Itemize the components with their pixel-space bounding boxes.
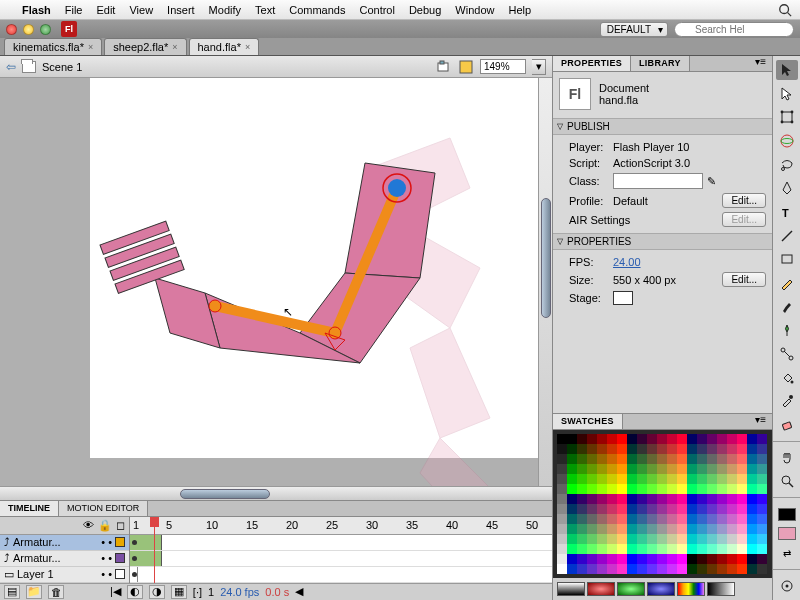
pen-tool[interactable] xyxy=(776,178,798,198)
new-folder-button[interactable]: 📁 xyxy=(26,585,42,599)
tab-library[interactable]: LIBRARY xyxy=(631,56,690,71)
bone-tool[interactable] xyxy=(776,344,798,364)
doc-tab-sheep[interactable]: sheep2.fla*× xyxy=(104,38,186,55)
playhead[interactable] xyxy=(154,517,155,583)
stage[interactable] xyxy=(90,78,540,458)
close-tab-icon[interactable]: × xyxy=(245,42,250,52)
tab-swatches[interactable]: SWATCHES xyxy=(553,414,623,429)
gradient-swatches[interactable] xyxy=(553,578,772,600)
layer-name: Layer 1 xyxy=(17,568,54,580)
menu-insert[interactable]: Insert xyxy=(167,4,195,16)
armature-icon: ⤴ xyxy=(4,536,10,548)
eraser-tool[interactable] xyxy=(776,415,798,435)
horizontal-scrollbar[interactable] xyxy=(0,486,552,500)
spotlight-icon[interactable] xyxy=(778,3,792,17)
hand-tool[interactable] xyxy=(776,448,798,468)
text-tool[interactable]: T xyxy=(776,202,798,222)
menu-help[interactable]: Help xyxy=(508,4,531,16)
svg-text:T: T xyxy=(782,207,789,219)
eyedropper-tool[interactable] xyxy=(776,392,798,412)
frame-ruler[interactable]: 1 5 10 15 20 25 30 35 40 45 50 xyxy=(130,517,552,535)
onion-outlines-button[interactable]: ◑ xyxy=(149,585,165,599)
help-search-input[interactable] xyxy=(674,22,794,37)
scene-name[interactable]: Scene 1 xyxy=(42,61,82,73)
close-tab-icon[interactable]: × xyxy=(88,42,93,52)
menu-commands[interactable]: Commands xyxy=(289,4,345,16)
fill-color-swatch[interactable] xyxy=(778,527,796,540)
line-tool[interactable] xyxy=(776,226,798,246)
pencil-tool[interactable] xyxy=(776,273,798,293)
onion-skin-button[interactable]: ◐ xyxy=(127,585,143,599)
fps-display[interactable]: 24.0 fps xyxy=(220,586,259,598)
window-titlebar: Fl DEFAULT xyxy=(0,20,800,38)
swatch-grid[interactable] xyxy=(553,430,772,578)
zoom-button[interactable] xyxy=(40,24,51,35)
paint-bucket-tool[interactable] xyxy=(776,368,798,388)
vertical-scrollbar[interactable] xyxy=(538,78,552,486)
lasso-tool[interactable] xyxy=(776,155,798,175)
class-input[interactable] xyxy=(613,173,703,189)
delete-layer-button[interactable]: 🗑 xyxy=(48,585,64,599)
visibility-column-icon[interactable]: 👁 xyxy=(83,519,94,531)
close-tab-icon[interactable]: × xyxy=(172,42,177,52)
lock-column-icon[interactable]: 🔒 xyxy=(98,519,112,532)
subselection-tool[interactable] xyxy=(776,84,798,104)
rectangle-tool[interactable] xyxy=(776,250,798,270)
snap-to-objects-icon[interactable] xyxy=(776,576,798,596)
layer-icon: ▭ xyxy=(4,568,14,581)
doc-tab-label: kinematics.fla* xyxy=(13,41,84,53)
doc-tab-kinematics[interactable]: kinematics.fla*× xyxy=(4,38,102,55)
edit-profile-button[interactable]: Edit... xyxy=(722,193,766,208)
app-menu[interactable]: Flash xyxy=(22,4,51,16)
tab-motion-editor[interactable]: MOTION EDITOR xyxy=(59,501,148,516)
svg-point-46 xyxy=(782,476,790,484)
edit-scene-icon[interactable] xyxy=(436,59,452,75)
layer-armature-2[interactable]: ⤴ Armatur... •• xyxy=(0,551,129,567)
brush-tool[interactable] xyxy=(776,297,798,317)
menu-view[interactable]: View xyxy=(129,4,153,16)
stage-color-swatch[interactable] xyxy=(613,291,633,305)
zoom-input[interactable] xyxy=(480,59,526,74)
menu-text[interactable]: Text xyxy=(255,4,275,16)
menu-edit[interactable]: Edit xyxy=(96,4,115,16)
edit-multiple-button[interactable]: ▦ xyxy=(171,585,187,599)
minimize-button[interactable] xyxy=(23,24,34,35)
menu-file[interactable]: File xyxy=(65,4,83,16)
properties-section[interactable]: PROPERTIES xyxy=(553,233,772,250)
outline-column-icon[interactable]: ◻ xyxy=(116,519,125,532)
layer-1[interactable]: ▭ Layer 1 •• xyxy=(0,567,129,583)
doc-tab-hand[interactable]: hand.fla*× xyxy=(189,38,260,55)
free-transform-tool[interactable] xyxy=(776,107,798,127)
new-layer-button[interactable]: ▤ xyxy=(4,585,20,599)
panel-menu-icon[interactable]: ▾≡ xyxy=(749,414,772,429)
back-button[interactable]: ⇦ xyxy=(6,60,16,74)
tab-timeline[interactable]: TIMELINE xyxy=(0,501,59,516)
menu-modify[interactable]: Modify xyxy=(209,4,241,16)
selection-tool[interactable] xyxy=(776,60,798,80)
svg-point-36 xyxy=(781,167,784,170)
menu-debug[interactable]: Debug xyxy=(409,4,441,16)
publish-section[interactable]: PUBLISH xyxy=(553,118,772,135)
fps-value[interactable]: 24.00 xyxy=(613,256,641,268)
3d-rotation-tool[interactable] xyxy=(776,131,798,151)
layer-armature-1[interactable]: ⤴ Armatur... •• xyxy=(0,535,129,551)
menu-window[interactable]: Window xyxy=(455,4,494,16)
swap-colors-icon[interactable]: ⇄ xyxy=(776,544,798,564)
pencil-icon[interactable]: ✎ xyxy=(707,175,716,188)
close-button[interactable] xyxy=(6,24,17,35)
tab-properties[interactable]: PROPERTIES xyxy=(553,56,631,71)
mac-menubar: Flash File Edit View Insert Modify Text … xyxy=(0,0,800,20)
stage-area[interactable]: ↖ xyxy=(0,78,552,500)
frames-area[interactable]: 1 5 10 15 20 25 30 35 40 45 50 xyxy=(130,517,552,583)
zoom-dropdown[interactable]: ▾ xyxy=(532,59,546,75)
stroke-color-swatch[interactable] xyxy=(778,508,796,521)
flash-app-icon: Fl xyxy=(61,21,77,37)
edit-size-button[interactable]: Edit... xyxy=(722,272,766,287)
workspace-selector[interactable]: DEFAULT xyxy=(600,22,668,37)
menu-control[interactable]: Control xyxy=(359,4,394,16)
panel-menu-icon[interactable]: ▾≡ xyxy=(749,56,772,71)
deco-tool[interactable] xyxy=(776,321,798,341)
armature-icon: ⤴ xyxy=(4,552,10,564)
zoom-tool[interactable] xyxy=(776,472,798,492)
edit-symbol-icon[interactable] xyxy=(458,59,474,75)
